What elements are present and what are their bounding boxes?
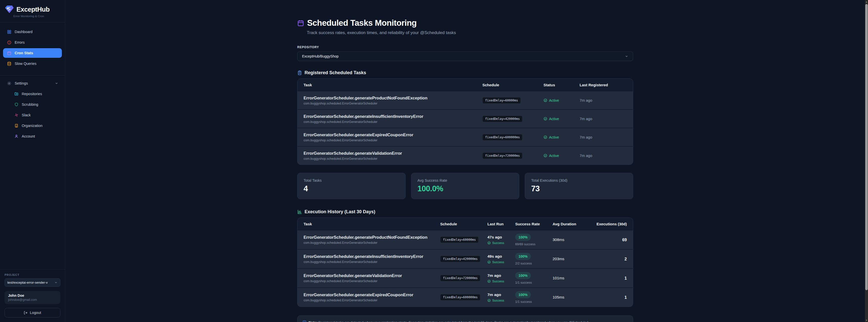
task-name: ErrorGeneratorScheduler.generateValidati… <box>304 151 478 156</box>
bar-chart-icon <box>297 210 302 214</box>
column-header: Avg Duration <box>553 222 592 226</box>
sidebar-item-account[interactable]: Account <box>3 131 62 141</box>
task-name: ErrorGeneratorScheduler.generateInsuffic… <box>304 114 478 119</box>
scrollbar-thumb[interactable] <box>865 4 868 290</box>
execution-history-row: ErrorGeneratorScheduler.generateValidati… <box>298 268 633 287</box>
calendar-icon <box>297 20 304 27</box>
note-label: Note: <box>309 321 317 322</box>
sidebar: ExceptHub Error Monitoring & Cron Dashbo… <box>0 0 65 322</box>
column-header: Success Rate <box>515 222 553 226</box>
info-icon <box>303 320 306 322</box>
task-package: com.buggyshop.scheduled.ErrorGeneratorSc… <box>304 260 436 264</box>
stat-card-total-tasks: Total Tasks 4 <box>297 173 406 199</box>
scrollbar-up-arrow[interactable]: ▲ <box>865 0 868 3</box>
sidebar-item-organization[interactable]: Organization <box>3 121 62 130</box>
gear-icon <box>7 81 11 86</box>
column-header: Last Registered <box>580 83 633 87</box>
repository-select-value: ExceptHub/BuggyShop <box>302 54 339 58</box>
logout-icon <box>24 311 28 315</box>
last-run-time: 49s ago <box>488 254 515 259</box>
registered-task-row: ErrorGeneratorScheduler.generateInsuffic… <box>298 109 633 128</box>
execution-history-row: ErrorGeneratorScheduler.generateProductN… <box>298 230 633 249</box>
last-run-time: 7m ago <box>488 292 515 297</box>
task-name: ErrorGeneratorScheduler.generateInsuffic… <box>304 254 436 259</box>
logout-label: Logout <box>30 311 41 315</box>
note-card: Note: Registered tasks are detected when… <box>297 316 633 322</box>
nav-label: Slow Queries <box>14 62 36 66</box>
stat-value: 100.0% <box>417 184 513 193</box>
check-circle-icon <box>488 241 491 245</box>
task-package: com.buggyshop.scheduled.ErrorGeneratorSc… <box>304 298 436 302</box>
task-package: com.buggyshop.scheduled.ErrorGeneratorSc… <box>304 279 436 283</box>
user-name: John Doe <box>8 293 57 297</box>
dashboard-grid-icon <box>7 30 11 34</box>
sidebar-item-slow-queries[interactable]: Slow Queries <box>3 59 62 68</box>
scrollbar-down-arrow[interactable]: ▼ <box>865 319 868 322</box>
execution-history-row: ErrorGeneratorScheduler.generateExpiredC… <box>298 287 633 307</box>
stat-card-total-executions: Total Executions (30d) 73 <box>525 173 633 199</box>
status-label: Active <box>549 154 559 158</box>
building-icon <box>14 124 19 128</box>
registered-task-row: ErrorGeneratorScheduler.generateExpiredC… <box>298 128 633 146</box>
execution-history-row: ErrorGeneratorScheduler.generateInsuffic… <box>298 249 633 268</box>
chevron-down-icon <box>55 82 58 85</box>
stat-value: 4 <box>304 184 399 193</box>
task-name: ErrorGeneratorScheduler.generateExpiredC… <box>304 292 436 297</box>
folder-icon <box>14 92 19 96</box>
chevron-down-icon <box>54 281 58 284</box>
execution-history-title: Execution History (Last 30 Days) <box>305 209 375 215</box>
sidebar-item-repositories[interactable]: Repositories <box>3 89 62 99</box>
nav-label: Errors <box>14 40 25 44</box>
sidebar-nav: Dashboard Errors Cron Stats Slow Queries <box>0 23 65 68</box>
registered-tasks-table: Task Schedule Status Last Registered Err… <box>297 78 633 165</box>
schedule-badge: fixedDelay=600000ms <box>440 294 480 300</box>
task-package: com.buggyshop.scheduled.ErrorGeneratorSc… <box>304 102 478 105</box>
last-run-time: 7m ago <box>488 273 515 278</box>
success-rate-detail: 1/1 success <box>515 300 553 303</box>
column-header: Executions (30d) <box>592 222 633 226</box>
nav-label: Dashboard <box>14 30 33 34</box>
success-rate-badge: 100% <box>515 272 531 279</box>
page-title: Scheduled Tasks Monitoring <box>307 18 417 28</box>
sidebar-item-dashboard[interactable]: Dashboard <box>3 27 62 37</box>
page-subtitle: Track success rates, execution times, an… <box>307 30 633 35</box>
check-circle-icon <box>488 299 491 302</box>
nav-label: Account <box>22 134 35 138</box>
status-active: Active <box>544 154 580 158</box>
status-label: Active <box>549 135 559 139</box>
sidebar-item-slack[interactable]: Slack <box>3 110 62 120</box>
registered-table-header: Task Schedule Status Last Registered <box>298 79 633 91</box>
sidebar-item-settings[interactable]: Settings <box>3 78 62 88</box>
sidebar-item-errors[interactable]: Errors <box>3 38 62 47</box>
logout-button[interactable]: Logout <box>4 308 60 318</box>
task-package: com.buggyshop.scheduled.ErrorGeneratorSc… <box>304 241 436 245</box>
run-status-label: Success <box>492 299 504 302</box>
sidebar-item-scrubbing[interactable]: Scrubbing <box>3 100 62 109</box>
check-circle-icon <box>488 280 491 283</box>
schedule-badge: fixedDelay=60000ms <box>483 97 521 104</box>
repository-select[interactable]: ExceptHub/BuggyShop <box>297 52 633 61</box>
logo-row: ExceptHub <box>0 0 65 13</box>
user-card: John Doe johndoe@gmail.com <box>4 291 60 304</box>
project-select[interactable]: test/exceptai-error-sender-v <box>4 278 60 287</box>
sidebar-item-cron-stats[interactable]: Cron Stats <box>3 48 62 58</box>
app-name: ExceptHub <box>17 5 50 13</box>
chevron-down-icon <box>625 55 628 58</box>
column-header: Task <box>298 222 440 226</box>
stat-label: Total Tasks <box>304 179 399 183</box>
scrollbar: ▲ ▼ <box>865 0 868 322</box>
history-table-header: Task Schedule Last Run Success Rate Avg … <box>298 218 633 230</box>
stat-label: Avg Success Rate <box>417 179 513 183</box>
task-name: ErrorGeneratorScheduler.generateValidati… <box>304 273 436 278</box>
task-name: ErrorGeneratorScheduler.generateExpiredC… <box>304 132 478 137</box>
nav-label: Organization <box>22 124 42 128</box>
alert-circle-icon <box>7 40 11 45</box>
task-package: com.buggyshop.scheduled.ErrorGeneratorSc… <box>304 120 478 124</box>
check-circle-icon <box>544 117 547 121</box>
success-rate-badge: 100% <box>515 291 531 298</box>
executions-count: 1 <box>592 295 633 300</box>
success-rate-detail: 1/1 success <box>515 281 553 284</box>
executions-count: 69 <box>592 237 633 242</box>
app-tagline: Error Monitoring & Cron <box>13 14 65 18</box>
check-circle-icon <box>544 135 547 139</box>
